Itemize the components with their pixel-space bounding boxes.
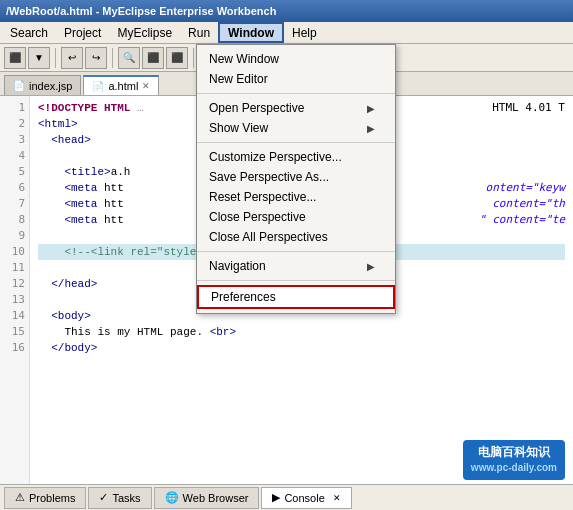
toolbar-btn-6[interactable]: ⬛ — [142, 47, 164, 69]
line-num-6: 6 — [0, 180, 29, 196]
status-bar: ⚠ Problems ✓ Tasks 🌐 Web Browser ▶ Conso… — [0, 484, 573, 510]
tab-label-ahtml: a.html — [108, 80, 138, 92]
toolbar-btn-7[interactable]: ⬛ — [166, 47, 188, 69]
line-num-10: 10 — [0, 244, 29, 260]
menu-item-reset-perspective[interactable]: Reset Perspective... — [197, 187, 395, 207]
problems-icon: ⚠ — [15, 491, 25, 504]
line-num-11: 11 — [0, 260, 29, 276]
menu-window[interactable]: Window — [218, 22, 284, 43]
console-close-icon[interactable]: ✕ — [333, 493, 341, 503]
menu-myeclipse[interactable]: MyEclipse — [109, 22, 180, 43]
menu-item-new-editor[interactable]: New Editor — [197, 69, 395, 89]
watermark-badge: 电脑百科知识 www.pc-daily.com — [463, 440, 565, 480]
menu-bar: Search Project MyEclipse Run Window Help — [0, 22, 573, 44]
tab-close-ahtml[interactable]: ✕ — [142, 81, 150, 91]
menu-item-preferences[interactable]: Preferences — [197, 285, 395, 309]
menu-item-close-all-perspectives[interactable]: Close All Perspectives — [197, 227, 395, 247]
menu-item-open-perspective[interactable]: Open Perspective ▶ — [197, 98, 395, 118]
menu-item-new-window[interactable]: New Window — [197, 49, 395, 69]
status-tab-web-browser[interactable]: 🌐 Web Browser — [154, 487, 260, 509]
menu-search[interactable]: Search — [2, 22, 56, 43]
code-line-16: </body> — [38, 340, 565, 356]
line-num-3: 3 — [0, 132, 29, 148]
line-num-16: 16 — [0, 340, 29, 356]
line-num-7: 7 — [0, 196, 29, 212]
line-num-1: 1 — [0, 100, 29, 116]
arrow-navigation: ▶ — [367, 261, 375, 272]
menu-section-3: Customize Perspective... Save Perspectiv… — [197, 143, 395, 252]
line-num-13: 13 — [0, 292, 29, 308]
menu-item-show-view[interactable]: Show View ▶ — [197, 118, 395, 138]
status-tab-tasks[interactable]: ✓ Tasks — [88, 487, 151, 509]
line-num-9: 9 — [0, 228, 29, 244]
tasks-icon: ✓ — [99, 491, 108, 504]
toolbar-btn-2[interactable]: ▼ — [28, 47, 50, 69]
line-num-5: 5 — [0, 164, 29, 180]
tab-index-jsp[interactable]: 📄 index.jsp — [4, 75, 81, 95]
tab-a-html[interactable]: 📄 a.html ✕ — [83, 75, 159, 95]
toolbar-btn-4[interactable]: ↪ — [85, 47, 107, 69]
code-line-15: This is my HTML page. <br> — [38, 324, 565, 340]
tab-icon-index: 📄 — [13, 80, 25, 91]
menu-run[interactable]: Run — [180, 22, 218, 43]
menu-help[interactable]: Help — [284, 22, 325, 43]
web-browser-icon: 🌐 — [165, 491, 179, 504]
menu-project[interactable]: Project — [56, 22, 109, 43]
menu-item-close-perspective[interactable]: Close Perspective — [197, 207, 395, 227]
arrow-show-view: ▶ — [367, 123, 375, 134]
console-icon: ▶ — [272, 491, 280, 504]
toolbar-btn-1[interactable]: ⬛ — [4, 47, 26, 69]
status-tab-problems[interactable]: ⚠ Problems — [4, 487, 86, 509]
menu-item-customize-perspective[interactable]: Customize Perspective... — [197, 147, 395, 167]
title-bar: /WebRoot/a.html - MyEclipse Enterprise W… — [0, 0, 573, 22]
line-numbers: 1 2 3 4 5 6 7 8 9 10 11 12 13 14 15 16 — [0, 96, 30, 484]
watermark-line1: 电脑百科知识 — [471, 444, 557, 460]
line-num-8: 8 — [0, 212, 29, 228]
line-num-12: 12 — [0, 276, 29, 292]
menu-section-4: Navigation ▶ — [197, 252, 395, 281]
line-num-2: 2 — [0, 116, 29, 132]
arrow-open-perspective: ▶ — [367, 103, 375, 114]
tab-icon-ahtml: 📄 — [92, 81, 104, 92]
line-num-4: 4 — [0, 148, 29, 164]
line-num-14: 14 — [0, 308, 29, 324]
title-text: /WebRoot/a.html - MyEclipse Enterprise W… — [6, 5, 276, 17]
toolbar-btn-3[interactable]: ↩ — [61, 47, 83, 69]
toolbar-sep-3 — [193, 48, 194, 68]
menu-section-2: Open Perspective ▶ Show View ▶ — [197, 94, 395, 143]
toolbar-sep-2 — [112, 48, 113, 68]
watermark-line2: www.pc-daily.com — [471, 460, 557, 476]
window-dropdown-menu: New Window New Editor Open Perspective ▶… — [196, 44, 396, 314]
line-num-15: 15 — [0, 324, 29, 340]
tab-label-index: index.jsp — [29, 80, 72, 92]
menu-item-save-perspective[interactable]: Save Perspective As... — [197, 167, 395, 187]
menu-section-1: New Window New Editor — [197, 45, 395, 94]
menu-section-5: Preferences — [197, 281, 395, 313]
toolbar-sep-1 — [55, 48, 56, 68]
status-tab-console[interactable]: ▶ Console ✕ — [261, 487, 351, 509]
toolbar-btn-5[interactable]: 🔍 — [118, 47, 140, 69]
menu-item-navigation[interactable]: Navigation ▶ — [197, 256, 395, 276]
